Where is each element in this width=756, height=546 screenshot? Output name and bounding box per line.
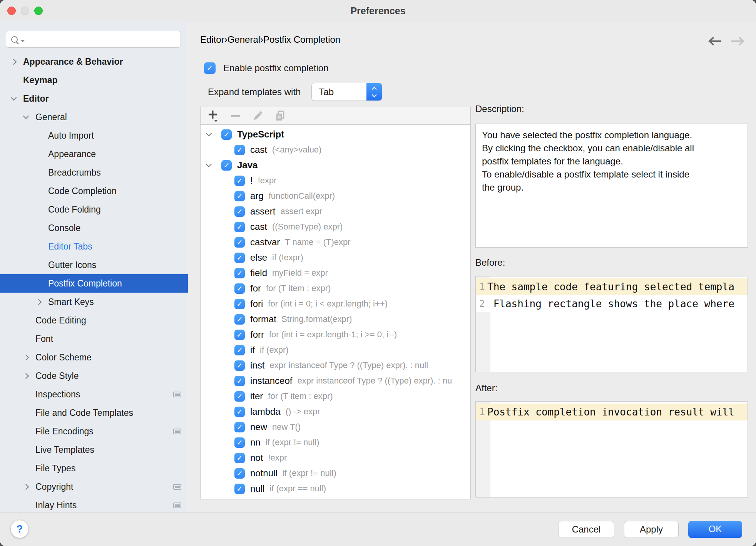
select-stepper[interactable] [366,83,382,100]
tree-row[interactable]: ✓ for for (T item : expr) [201,281,470,296]
sidebar-item[interactable]: Editor Tabs [0,237,188,256]
add-template-button[interactable] [207,110,219,122]
tree-row[interactable]: ✓ else if (!expr) [201,250,470,265]
tree-row[interactable]: ✓ [201,496,470,499]
expand-chevron-icon[interactable] [23,354,29,360]
sidebar-item[interactable]: Editor [0,89,188,108]
breadcrumb-token[interactable]: Postfix Completion [263,34,340,45]
sidebar-item[interactable]: Code Completion [0,182,188,200]
sidebar-item[interactable]: Appearance [0,145,188,163]
tree-row[interactable]: ✓ format String.format(expr) [201,312,470,327]
template-checkbox[interactable]: ✓ [234,176,245,186]
tree-row[interactable]: ✓ nn if (expr != null) [201,435,470,450]
sidebar-item[interactable]: File and Code Templates [0,404,188,422]
sidebar-item[interactable]: Console [0,219,188,237]
group-chevron-down-icon[interactable] [206,130,212,136]
template-checkbox[interactable]: ✓ [234,145,245,155]
breadcrumb-token[interactable]: Editor [200,34,224,45]
expand-chevron-icon[interactable] [23,373,29,379]
template-checkbox[interactable]: ✓ [221,160,232,171]
template-checkbox[interactable]: ✓ [234,422,245,432]
expand-templates-select[interactable]: Tab [311,83,382,101]
sidebar-item[interactable]: Gutter Icons [0,256,188,274]
tree-row[interactable]: ✓ arg functionCall(expr) [201,188,470,204]
search-input[interactable] [25,32,181,47]
sidebar-item[interactable]: Auto Import [0,126,188,145]
template-checkbox[interactable]: ✓ [221,129,232,140]
sidebar-item[interactable]: Font [0,330,188,348]
group-chevron-down-icon[interactable] [206,161,212,167]
tree-row[interactable]: ✓ null if (expr == null) [201,481,470,496]
cancel-button[interactable]: Cancel [558,521,614,538]
remove-template-button[interactable] [230,110,241,122]
template-checkbox[interactable]: ✓ [234,268,245,278]
tree-row[interactable]: ✓ field myField = expr [201,265,470,281]
sidebar-item[interactable]: Breadcrumbs [0,163,188,182]
sidebar-item[interactable]: Color Scheme [0,348,188,367]
template-checkbox[interactable]: ✓ [234,468,245,479]
tree-row[interactable]: ✓ lambda () -> expr [201,404,470,419]
sidebar-item[interactable]: General [0,108,188,126]
close-button[interactable] [7,7,16,15]
template-checkbox[interactable]: ✓ [234,191,245,201]
template-checkbox[interactable]: ✓ [234,283,245,294]
template-checkbox[interactable]: ✓ [234,330,245,340]
sidebar-item[interactable]: Appearance & Behavior [0,52,188,71]
zoom-button[interactable] [34,7,43,15]
tree-row[interactable]: ✓ castvar T name = (T)expr [201,234,470,250]
sidebar-item[interactable]: Inspections [0,385,188,404]
template-checkbox[interactable]: ✓ [234,453,245,463]
settings-search[interactable] [6,31,181,48]
tree-row[interactable]: ✓ fori for (int i = 0; i < expr.length; … [201,296,470,312]
sidebar-item[interactable]: Keymap [0,71,188,89]
breadcrumb-token[interactable]: › [224,34,227,45]
breadcrumb-token[interactable]: General [227,34,260,45]
template-checkbox[interactable]: ✓ [234,253,245,263]
tree-row[interactable]: ✓ ! !expr [201,173,470,188]
sidebar-item[interactable]: Live Templates [0,440,188,459]
tree-row[interactable]: ✓ assert assert expr [201,204,470,219]
sidebar-item[interactable]: Copyright [0,477,188,496]
template-checkbox[interactable]: ✓ [234,222,245,232]
tree-row[interactable]: ✓ TypeScript [201,127,470,142]
tree-row[interactable]: ✓ forr for (int i = expr.length-1; i >= … [201,327,470,342]
sidebar-item[interactable]: File Types [0,459,188,477]
edit-template-button[interactable] [252,110,264,122]
expand-chevron-icon[interactable] [11,94,17,100]
expand-chevron-icon[interactable] [23,113,29,119]
enable-postfix-checkbox[interactable]: ✓ [204,62,216,74]
duplicate-template-button[interactable] [274,110,286,122]
back-arrow-icon[interactable] [707,35,722,47]
template-checkbox[interactable]: ✓ [234,360,245,371]
breadcrumb-token[interactable]: › [260,34,263,45]
expand-chevron-icon[interactable] [23,484,29,490]
sidebar-item[interactable]: File Encodings [0,422,188,440]
minimize-button[interactable] [21,7,29,15]
tree-row[interactable]: ✓ not !expr [201,450,470,466]
sidebar-item[interactable]: Code Editing [0,311,188,330]
search-history-chevron-icon[interactable] [21,40,25,42]
before-code-box[interactable]: 1 The sample code featuring selected tem… [475,276,748,372]
forward-arrow-icon[interactable] [731,35,745,47]
sidebar-item[interactable]: Smart Keys [0,293,188,311]
template-checkbox[interactable]: ✓ [234,376,245,386]
sidebar-item[interactable]: Inlay Hints [0,496,188,512]
tree-row[interactable]: ✓ Java [201,157,470,173]
template-checkbox[interactable]: ✓ [234,206,245,217]
sidebar-item[interactable]: Postfix Completion [0,274,188,293]
tree-row[interactable]: ✓ new new T() [201,419,470,435]
expand-chevron-icon[interactable] [11,59,17,65]
help-button[interactable]: ? [11,520,28,538]
ok-button[interactable]: OK [688,521,742,538]
tree-row[interactable]: ✓ cast ((SomeType) expr) [201,219,470,234]
template-checkbox[interactable]: ✓ [234,314,245,325]
sidebar-item[interactable]: Code Style [0,367,188,385]
tree-row[interactable]: ✓ iter for (T item : expr) [201,389,470,404]
apply-button[interactable]: Apply [624,521,679,538]
tree-row[interactable]: ✓ instanceof expr instanceof Type ? ((Ty… [201,373,470,389]
expand-chevron-icon[interactable] [36,299,42,305]
template-checkbox[interactable]: ✓ [234,407,245,417]
tree-row[interactable]: ✓ notnull if (expr != null) [201,466,470,481]
template-checkbox[interactable]: ✓ [234,499,245,499]
template-checkbox[interactable]: ✓ [234,391,245,402]
